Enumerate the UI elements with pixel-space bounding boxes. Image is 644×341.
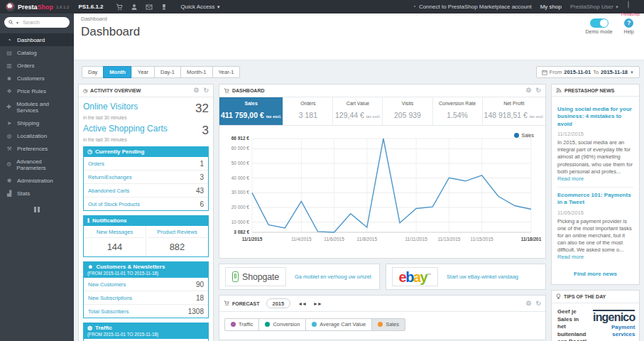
refresh-icon[interactable]: ↻	[535, 301, 541, 307]
kpi-net-profit[interactable]: Net Profit148 918,51 € tax excl.	[483, 97, 545, 125]
sidebar-item-price-rules[interactable]: ❖Price Rules	[0, 85, 74, 97]
find-more-news-link[interactable]: Find more news	[557, 265, 633, 281]
chevron-down-icon: ▼	[16, 21, 19, 25]
svg-text:11/18/201: 11/18/201	[521, 237, 542, 242]
user-menu[interactable]: PrestaShop User ▼	[570, 4, 619, 10]
breadcrumb[interactable]: Dashboard	[81, 16, 637, 22]
svg-text:66 912 €: 66 912 €	[231, 136, 250, 141]
messages-icon[interactable]	[146, 4, 153, 11]
demo-mode-control: Demo mode	[585, 18, 612, 34]
pending-orders-link[interactable]: Orders	[88, 161, 104, 167]
phone-icon	[232, 271, 239, 282]
catalog-icon: ▤	[6, 50, 13, 56]
kpi-orders[interactable]: Orders3 181	[283, 97, 333, 125]
filter-day-1-button[interactable]: Day-1	[154, 66, 181, 78]
refresh-icon[interactable]: ↻	[535, 87, 541, 94]
preferences-icon: ⚒	[6, 146, 13, 152]
shopgate-logo: Shopgate	[225, 267, 286, 286]
search-icon	[9, 20, 13, 25]
next-year-button[interactable]: ►►	[313, 301, 322, 306]
sidebar-item-customers[interactable]: ☻Customers	[0, 72, 74, 85]
sidebar-item-stats[interactable]: ▟Stats	[0, 187, 74, 200]
shop-name[interactable]: PS1.6.1.2	[78, 4, 103, 10]
sidebar-item-catalog[interactable]: ▤Catalog	[0, 46, 74, 59]
sidebar-item-orders[interactable]: ▥Orders	[0, 59, 74, 72]
cart-orders-icon[interactable]	[116, 4, 123, 11]
marketplace-link[interactable]: ◔Connect to PrestaShop Marketplace accou…	[413, 4, 532, 10]
forecast-sales-button[interactable]: Sales	[371, 318, 405, 331]
shopgate-banner[interactable]: Shopgate Ga mobiel en verhoog uw omzet	[219, 264, 380, 290]
read-more-link[interactable]: Read more	[557, 175, 584, 182]
news-article: Ecommerce 101: Payments in a Tweet 11/05…	[557, 187, 633, 266]
filter-year-button[interactable]: Year	[131, 66, 155, 78]
total-subscribers-link[interactable]: Total Subscribers	[88, 308, 129, 315]
help-icon[interactable]: ?	[624, 18, 633, 28]
article-title-link[interactable]: Ecommerce 101: Payments in a Tweet	[557, 192, 633, 207]
sidebar-item-dashboard[interactable]: ◔Dashboard	[0, 33, 74, 46]
ebay-banner[interactable]: ebay™ Start uw eBay-winkel vandaag	[386, 264, 547, 290]
new-customers-link[interactable]: New Customers	[88, 281, 126, 288]
customers-row: Total Subscribers1308	[84, 305, 208, 318]
sidebar-item-modules[interactable]: ✚Modules and Services	[0, 97, 74, 117]
customers-row: New Customers90	[84, 278, 208, 291]
date-range-picker[interactable]: From 2015-11-01 To 2015-11-18 ▼	[536, 66, 640, 78]
shopgate-link[interactable]: Ga mobiel en verhoog uw omzet	[295, 274, 371, 280]
sidebar-item-shipping[interactable]: ➤Shipping	[0, 117, 74, 129]
forecast-conversion-button[interactable]: Conversion	[258, 318, 306, 331]
sales-line-chart[interactable]: 66 912 €60 000 €50 000 €40 000 €30 000 €…	[221, 129, 542, 244]
filter-month-1-button[interactable]: Month-1	[180, 66, 213, 78]
refresh-icon[interactable]: ↻	[203, 87, 209, 94]
out-of-stock-link[interactable]: Out of Stock Products	[88, 201, 140, 207]
pending-returns-link[interactable]: Return/Exchanges	[88, 174, 132, 180]
filter-day-button[interactable]: Day	[82, 66, 104, 78]
localization-icon: ◍	[6, 133, 13, 139]
forecast-year[interactable]: 2015	[266, 298, 291, 308]
online-visitors-value: 32	[195, 102, 209, 116]
sidebar-search[interactable]: ▼	[4, 17, 70, 28]
help-label: Help	[624, 29, 634, 34]
topbar-notification-icons	[116, 4, 168, 11]
trophy-icon[interactable]	[160, 4, 168, 11]
forecast-traffic-button[interactable]: Traffic	[224, 318, 259, 331]
prestashop-brand[interactable]: PrestaShop 1.6.1.2	[6, 2, 69, 11]
new-messages-link[interactable]: New Messages	[85, 229, 144, 238]
read-more-link[interactable]: Read more	[557, 254, 584, 260]
svg-text:3 082 €: 3 082 €	[234, 229, 249, 234]
abandoned-carts-link[interactable]: Abandoned Carts	[88, 188, 129, 194]
gear-icon[interactable]: ⚙	[525, 301, 531, 307]
filter-year-1-button[interactable]: Year-1	[212, 66, 241, 78]
sidebar-item-advanced-parameters[interactable]: ⚙Advanced Parameters	[0, 155, 74, 174]
new-subscriptions-link[interactable]: New Subscriptions	[88, 295, 132, 301]
active-carts-link[interactable]: Active Shopping Carts	[83, 124, 168, 134]
ebay-link[interactable]: Start uw eBay-winkel vandaag	[447, 274, 518, 280]
avg-cart-dot-icon	[312, 322, 317, 327]
modules-icon: ✚	[6, 104, 12, 110]
avatar[interactable]: PrestaShop	[628, 1, 638, 12]
quick-access-menu[interactable]: Quick Access ▼	[181, 4, 221, 10]
chart-legend[interactable]: Sales	[514, 133, 534, 138]
customer-icon[interactable]	[131, 4, 138, 11]
header-controls: Demo mode ? Help	[585, 18, 634, 34]
gear-icon[interactable]: ⚙	[193, 87, 199, 94]
sidebar-item-administration[interactable]: ✱Administration	[0, 174, 74, 187]
kpi-cart-value[interactable]: Cart Value129,44 € tax excl.	[333, 97, 383, 125]
sidebar-item-preferences[interactable]: ⚒Preferences	[0, 142, 74, 155]
demo-mode-toggle[interactable]	[590, 18, 608, 28]
online-visitors-link[interactable]: Online Visitors	[83, 102, 138, 112]
panel-tools: ⚙↻	[525, 301, 541, 307]
sidebar-collapse-button[interactable]	[34, 207, 40, 212]
gear-icon[interactable]: ⚙	[525, 87, 531, 94]
article-title-link[interactable]: Using social media for your business: 4 …	[557, 106, 633, 128]
sidebar-item-localization[interactable]: ◍Localization	[0, 129, 74, 142]
previous-year-button[interactable]: ◄◄	[298, 301, 306, 306]
kpi-conversion-rate[interactable]: Conversion Rate1.54%	[433, 97, 483, 125]
search-input[interactable]	[21, 18, 60, 26]
avatar-label: PrestaShop	[621, 12, 640, 16]
product-reviews-link[interactable]: Product Reviews	[148, 229, 207, 238]
product-reviews-cell: Product Reviews882	[146, 226, 208, 256]
my-shop-link[interactable]: My shop	[540, 4, 562, 10]
kpi-visits[interactable]: Visits205 939	[383, 97, 432, 125]
kpi-sales[interactable]: Sales411 759,00 € tax excl.	[219, 97, 283, 125]
filter-month-button[interactable]: Month	[103, 66, 132, 78]
forecast-avg-cart-button[interactable]: Average Cart Value	[305, 318, 372, 331]
